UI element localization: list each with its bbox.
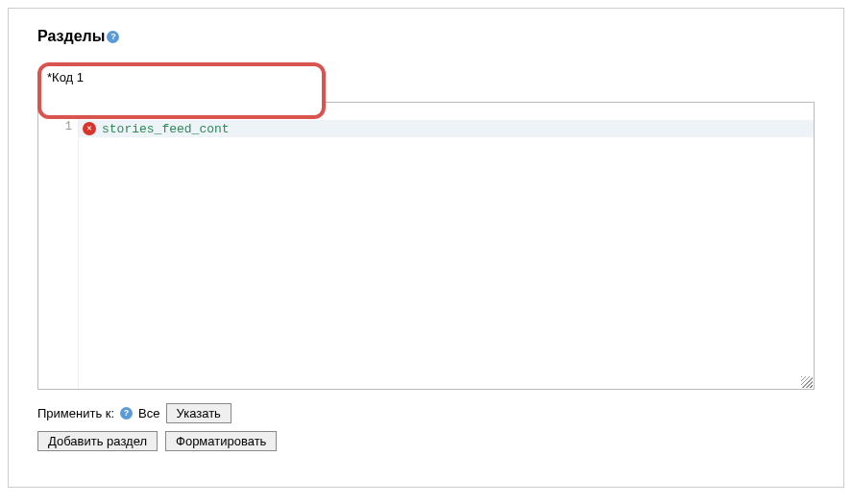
page-title-text: Разделы (37, 28, 105, 45)
sections-panel: Разделы ? *Код 1 1 stories_feed_cont (8, 8, 844, 488)
specify-button[interactable]: Указать (166, 403, 231, 423)
apply-to-all-text: Все (138, 406, 159, 420)
help-icon[interactable]: ? (120, 407, 133, 420)
page-title: Разделы ? (37, 28, 815, 45)
highlight-annotation: *Код 1 (37, 62, 326, 119)
format-button[interactable]: Форматировать (165, 431, 277, 451)
error-icon[interactable] (83, 122, 96, 135)
code-editor[interactable]: 1 stories_feed_cont (37, 102, 815, 390)
code-content-area[interactable]: stories_feed_cont (79, 103, 814, 389)
line-gutter: 1 (38, 103, 79, 389)
line-number: 1 (38, 120, 72, 133)
add-section-button[interactable]: Добавить раздел (37, 431, 158, 451)
help-icon[interactable]: ? (107, 31, 119, 43)
apply-to-label: Применить к: (37, 406, 114, 420)
apply-to-row: Применить к: ? Все Указать (37, 403, 815, 423)
code-section-label: *Код 1 (47, 70, 316, 84)
button-row: Добавить раздел Форматировать (37, 431, 815, 451)
code-text: stories_feed_cont (102, 122, 230, 136)
code-line[interactable]: stories_feed_cont (79, 120, 814, 137)
